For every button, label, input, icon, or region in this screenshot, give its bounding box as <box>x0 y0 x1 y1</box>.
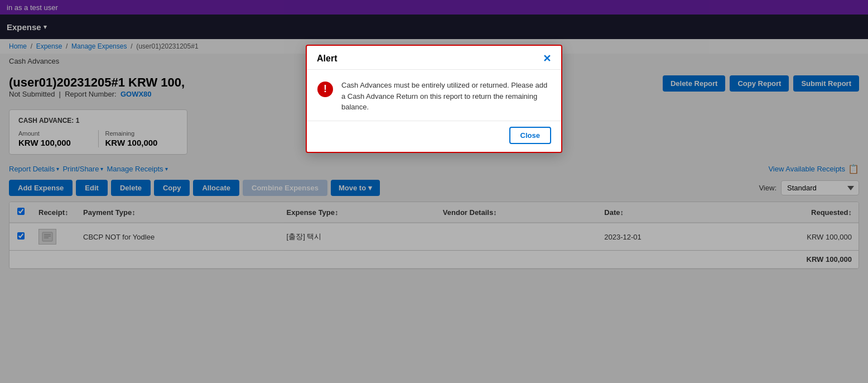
modal-title: Alert <box>317 54 337 64</box>
modal-footer: Close <box>307 121 561 152</box>
modal-overlay: Alert ✕ ! Cash Advances must be entirely… <box>0 0 868 276</box>
alert-modal: Alert ✕ ! Cash Advances must be entirely… <box>306 45 562 153</box>
svg-text:!: ! <box>324 83 327 94</box>
modal-header: Alert ✕ <box>307 46 561 70</box>
modal-body: ! Cash Advances must be entirely utilize… <box>307 70 561 121</box>
modal-error-icon: ! <box>317 81 334 102</box>
modal-close-x-button[interactable]: ✕ <box>543 54 551 64</box>
modal-message: Cash Advances must be entirely utilized … <box>341 80 551 113</box>
modal-close-button[interactable]: Close <box>509 127 551 144</box>
